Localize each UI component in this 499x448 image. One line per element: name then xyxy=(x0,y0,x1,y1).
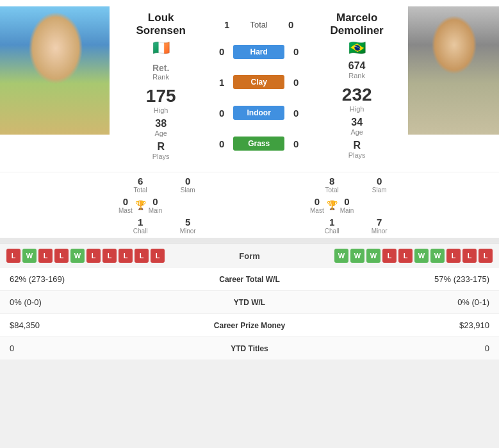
right-mast-cell: 0 Mast 🏆 0 Main xyxy=(310,196,354,214)
left-player-stats: Louk Sorensen 🇮🇪 Ret. Rank 175 High 38 A… xyxy=(110,6,212,165)
right-main-val: 0 xyxy=(340,196,354,207)
right-high-label: High xyxy=(342,105,372,113)
right-total-lbl: Total xyxy=(310,187,354,194)
left-minor-val: 5 xyxy=(167,217,208,228)
right-chall-cell: 1 Chall xyxy=(310,217,354,235)
left-rank-area: Ret. Rank xyxy=(152,63,169,81)
left-bottom-stats: 6 Total 0 Slam 0 Mast 🏆 0 Main xyxy=(112,172,215,238)
stat-mid-label: YTD Titles xyxy=(141,337,358,360)
right-age-value: 34 xyxy=(350,117,363,128)
right-form-badge: L xyxy=(446,249,461,263)
grass-left: 0 xyxy=(215,138,228,149)
right-slam-lbl: Slam xyxy=(359,187,400,194)
left-chall-val: 1 xyxy=(119,217,162,228)
right-high-value: 232 xyxy=(342,85,372,105)
middle-column: 1 Total 0 0 Hard 0 1 Clay 0 0 Indoor 0 xyxy=(212,6,306,165)
left-mast-lbl: Mast xyxy=(119,207,133,214)
left-form-badge: L xyxy=(135,249,149,263)
left-minor-lbl: Minor xyxy=(167,228,208,235)
left-mast-cell: 0 Mast 🏆 0 Main xyxy=(119,196,162,214)
middle-spacer xyxy=(215,172,304,238)
left-main-val: 0 xyxy=(149,196,163,207)
stats-row: 0% (0-0) YTD W/L 0% (0-1) xyxy=(0,291,499,314)
left-form-badge: W xyxy=(22,249,37,263)
right-minor-cell: 7 Minor xyxy=(359,217,400,235)
left-high-area: 175 High xyxy=(146,86,176,114)
grass-right: 0 xyxy=(290,138,302,149)
right-flag: 🇧🇷 xyxy=(348,40,366,56)
left-form-badges: LWLLWLLLLL xyxy=(6,249,215,263)
right-form-badge: W xyxy=(414,249,429,263)
left-chall-cell: 1 Chall xyxy=(119,217,162,235)
total-left: 1 xyxy=(220,19,233,30)
stat-right-val: 0% (0-1) xyxy=(358,291,499,314)
indoor-button[interactable]: Indoor xyxy=(233,106,284,120)
right-form-badge: L xyxy=(462,249,477,263)
right-slam-cell: 0 Slam xyxy=(359,176,400,194)
right-form-badge: L xyxy=(382,249,397,263)
right-mast-val: 0 xyxy=(310,196,324,207)
stat-left-val: $84,350 xyxy=(0,314,141,337)
clay-button[interactable]: Clay xyxy=(233,75,284,89)
left-form-badge: W xyxy=(70,249,85,263)
right-mast-lbl: Mast xyxy=(310,207,324,214)
right-rank-label: Rank xyxy=(348,72,366,79)
hard-button[interactable]: Hard xyxy=(233,45,284,59)
indoor-right: 0 xyxy=(290,108,302,119)
divider xyxy=(0,238,499,243)
right-form-badge: L xyxy=(479,249,493,263)
right-plays-area: R Plays xyxy=(348,140,366,159)
stats-row: 62% (273-169) Career Total W/L 57% (233-… xyxy=(0,268,499,291)
left-player-name: Louk Sorensen xyxy=(136,12,185,37)
right-form-badge: W xyxy=(350,249,364,263)
right-player-stats: Marcelo Demoliner 🇧🇷 674 Rank 232 High 3… xyxy=(306,6,408,165)
stats-table: 62% (273-169) Career Total W/L 57% (233-… xyxy=(0,268,499,360)
left-form-badge: L xyxy=(119,249,133,263)
left-player-photo xyxy=(0,6,110,135)
right-form-badge: W xyxy=(366,249,380,263)
bottom-stats-row: 6 Total 0 Slam 0 Mast 🏆 0 Main xyxy=(0,172,499,238)
left-total-cell: 6 Total xyxy=(119,176,162,194)
stat-left-val: 62% (273-169) xyxy=(0,268,141,291)
left-form-badge: L xyxy=(102,249,117,263)
right-high-area: 232 High xyxy=(342,85,372,113)
grass-button[interactable]: Grass xyxy=(233,137,284,151)
left-age-area: 38 Age xyxy=(154,118,167,137)
right-player-photo xyxy=(408,6,499,135)
left-ret: Ret. xyxy=(152,63,169,73)
right-slam-val: 0 xyxy=(359,176,400,187)
hard-right: 0 xyxy=(290,46,302,57)
stat-mid-label: Career Prize Money xyxy=(141,314,358,337)
right-minor-lbl: Minor xyxy=(359,228,400,235)
left-form-badge: L xyxy=(38,249,53,263)
right-form-badge: L xyxy=(398,249,413,263)
left-form-badge: L xyxy=(86,249,101,263)
left-age-label: Age xyxy=(154,129,167,137)
left-total-val: 6 xyxy=(119,176,162,187)
total-right: 0 xyxy=(284,19,297,30)
right-chall-lbl: Chall xyxy=(310,228,354,235)
right-chall-val: 1 xyxy=(310,217,354,228)
left-form-badge: L xyxy=(6,249,20,263)
left-plays-label: Plays xyxy=(152,153,170,160)
left-form-badge: L xyxy=(54,249,69,263)
clay-right: 0 xyxy=(290,77,302,88)
right-age-area: 34 Age xyxy=(350,117,363,136)
right-rank-area: 674 Rank xyxy=(348,60,366,79)
left-slam-val: 0 xyxy=(167,176,208,187)
total-label: Total xyxy=(240,20,278,29)
clay-left: 1 xyxy=(215,77,228,88)
stat-mid-label: Career Total W/L xyxy=(141,268,358,291)
right-trophy-icon: 🏆 xyxy=(327,200,338,210)
right-photo-spacer xyxy=(406,172,499,238)
stat-right-val: 57% (233-175) xyxy=(358,268,499,291)
left-age-value: 38 xyxy=(154,118,167,129)
form-section: LWLLWLLLLL Form WWWLLWWLLL xyxy=(0,243,499,268)
left-mast-val: 0 xyxy=(119,196,133,207)
right-form-badges: WWWLLWWLLL xyxy=(285,249,493,263)
left-chall-lbl: Chall xyxy=(119,228,162,235)
stat-right-val: $23,910 xyxy=(358,314,499,337)
left-minor-cell: 5 Minor xyxy=(167,217,208,235)
right-bottom-stats: 8 Total 0 Slam 0 Mast 🏆 0 Main xyxy=(304,172,406,238)
right-plays-label: Plays xyxy=(348,151,366,159)
